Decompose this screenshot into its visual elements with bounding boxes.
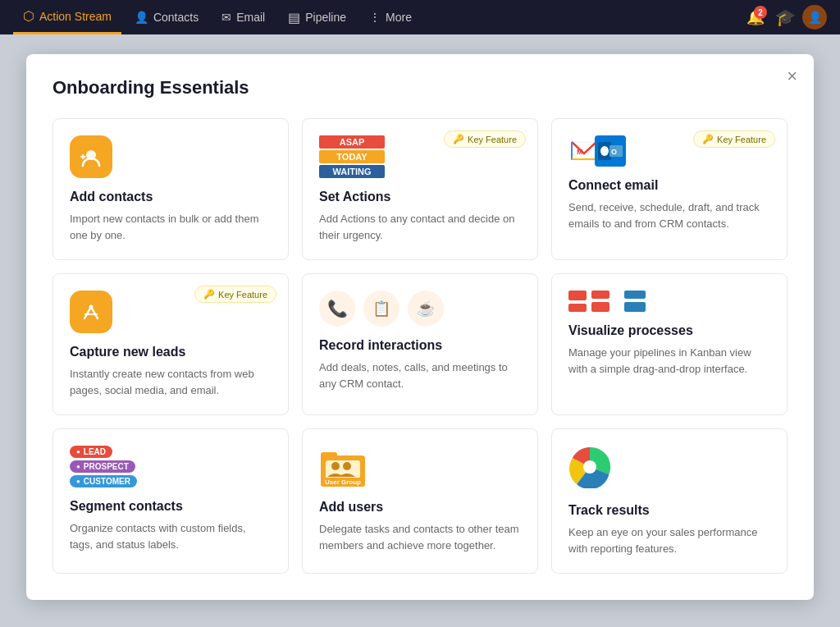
card-visualize-processes[interactable]: Visualize processes Manage your pipeline… (551, 273, 788, 415)
set-actions-desc: Add Actions to any contact and decide on… (319, 211, 521, 243)
avatar-placeholder: 👤 (808, 11, 822, 24)
nav-more[interactable]: ⋮ More (359, 0, 422, 34)
pipeline-icon: ▤ (288, 10, 300, 25)
asap-label: ASAP (319, 135, 385, 149)
onboarding-modal: Onboarding Essentials × Ad (26, 54, 814, 600)
avatar[interactable]: 👤 (802, 5, 827, 30)
nav-pipeline[interactable]: ▤ Pipeline (278, 0, 356, 34)
svg-point-23 (583, 460, 596, 474)
card-add-contacts[interactable]: Add contacts Import new contacts in bulk… (52, 118, 289, 260)
card-capture-leads[interactable]: 🔑 Key Feature Capture new leads Instantl… (52, 273, 289, 415)
navbar: ⬡ Action Stream 👤 Contacts ✉ Email ▤ Pip… (0, 0, 840, 34)
modal-title: Onboarding Essentials (52, 77, 788, 98)
modal-close-button[interactable]: × (787, 67, 797, 85)
card-add-users[interactable]: User Group Add users Delegate tasks and … (302, 428, 538, 574)
card-track-results[interactable]: Track results Keep an eye on your sales … (551, 428, 788, 574)
user-group-icon: User Group (319, 446, 367, 488)
lead-tag: ● LEAD (70, 446, 112, 458)
add-users-icon-area: User Group (319, 446, 521, 488)
prospect-tag: ● PROSPECT (70, 460, 135, 473)
graduation-hat-icon[interactable]: 🎓 (775, 7, 796, 27)
kanban-icon (568, 291, 770, 312)
capture-leads-desc: Instantly create new contacts from web p… (70, 366, 272, 398)
more-icon: ⋮ (369, 11, 381, 24)
svg-text:O: O (611, 148, 617, 156)
today-label: TODAY (319, 150, 385, 163)
contacts-icon: 👤 (135, 11, 148, 24)
nav-email-label: Email (236, 11, 265, 24)
set-actions-key-feature-badge: 🔑 Key Feature (444, 130, 526, 148)
record-interactions-icon-area: 📞 📋 ☕ (319, 291, 521, 327)
customer-tag: ● CUSTOMER (70, 475, 137, 487)
main-wrapper: Onboarding Essentials × Ad (0, 34, 840, 620)
key-icon-2: 🔑 (702, 134, 714, 144)
phone-icon-circle: 📞 (319, 291, 355, 327)
svg-point-20 (331, 462, 340, 470)
capture-leads-title: Capture new leads (70, 345, 272, 359)
card-record-interactions[interactable]: 📞 📋 ☕ Record interactions Add deals, not… (302, 273, 538, 415)
set-actions-icon: ASAP TODAY WAITING (319, 135, 385, 178)
capture-leads-key-feature-badge: 🔑 Key Feature (194, 286, 276, 303)
segment-contacts-desc: Organize contacts with custom fields, ta… (70, 520, 272, 552)
coffee-icon-circle: ☕ (408, 291, 444, 327)
connect-email-kf-label: Key Feature (717, 135, 766, 144)
add-contacts-title: Add contacts (70, 190, 272, 204)
add-contacts-icon-area (70, 135, 272, 178)
record-interactions-icon: 📞 📋 ☕ (319, 291, 521, 327)
track-results-title: Track results (568, 503, 770, 518)
waiting-label: WAITING (319, 165, 385, 178)
nav-more-label: More (386, 11, 412, 24)
capture-leads-icon (70, 291, 112, 333)
svg-point-21 (343, 462, 351, 470)
nav-contacts-label: Contacts (153, 11, 199, 24)
phone-icon: 📞 (327, 299, 348, 318)
visualize-processes-icon-area (568, 291, 770, 312)
key-icon-3: 🔑 (203, 289, 215, 300)
key-icon: 🔑 (453, 134, 464, 144)
nav-brand-label: Action Stream (39, 10, 112, 23)
notif-badge: 2 (754, 6, 767, 19)
add-users-title: Add users (319, 500, 521, 515)
record-interactions-desc: Add deals, notes, calls, and meetings to… (319, 359, 521, 391)
svg-rect-18 (321, 452, 337, 459)
track-results-icon-area (568, 446, 770, 492)
add-contacts-icon (70, 135, 112, 178)
svg-point-12 (600, 146, 609, 156)
svg-point-15 (89, 305, 94, 309)
note-icon-circle: 📋 (363, 291, 399, 327)
add-contacts-desc: Import new contacts in bulk or add them … (70, 211, 272, 243)
svg-rect-8 (572, 158, 596, 160)
card-set-actions[interactable]: 🔑 Key Feature ASAP TODAY WAITING Set Act… (302, 118, 538, 260)
segment-contacts-icon-area: ● LEAD ● PROSPECT ● CUSTOMER (70, 446, 272, 487)
nav-action-stream[interactable]: ⬡ Action Stream (13, 0, 121, 34)
add-users-desc: Delegate tasks and contacts to other tea… (319, 521, 521, 553)
svg-text:M: M (577, 148, 583, 156)
card-grid: Add contacts Import new contacts in bulk… (52, 118, 788, 574)
visualize-processes-desc: Manage your pipelines in Kanban view wit… (568, 345, 770, 377)
nav-email[interactable]: ✉ Email (212, 0, 275, 34)
card-segment-contacts[interactable]: ● LEAD ● PROSPECT ● CUSTOMER Segment con… (52, 428, 289, 574)
set-actions-kf-label: Key Feature (468, 135, 517, 144)
coffee-icon: ☕ (417, 300, 435, 318)
nav-pipeline-label: Pipeline (305, 11, 346, 24)
pie-chart-icon (568, 446, 611, 488)
connect-email-title: Connect email (568, 178, 770, 193)
card-connect-email[interactable]: 🔑 Key Feature M (551, 118, 788, 260)
visualize-processes-title: Visualize processes (568, 323, 770, 338)
track-results-desc: Keep an eye on your sales performance wi… (568, 524, 770, 556)
connect-email-desc: Send, receive, schedule, draft, and trac… (568, 199, 770, 231)
navbar-right: 🔔 2 🎓 👤 (742, 4, 827, 30)
set-actions-title: Set Actions (319, 190, 521, 204)
connect-email-key-feature-badge: 🔑 Key Feature (693, 130, 775, 148)
capture-leads-kf-label: Key Feature (218, 290, 267, 300)
segment-icon: ● LEAD ● PROSPECT ● CUSTOMER (70, 446, 272, 487)
action-stream-icon: ⬡ (23, 8, 34, 24)
record-interactions-title: Record interactions (319, 338, 521, 353)
segment-contacts-title: Segment contacts (70, 499, 272, 514)
email-nav-icon: ✉ (221, 11, 231, 24)
notifications-button[interactable]: 🔔 2 (742, 4, 769, 30)
note-icon: 📋 (372, 300, 390, 318)
nav-contacts[interactable]: 👤 Contacts (125, 0, 208, 34)
user-group-label: User Group (321, 478, 365, 487)
